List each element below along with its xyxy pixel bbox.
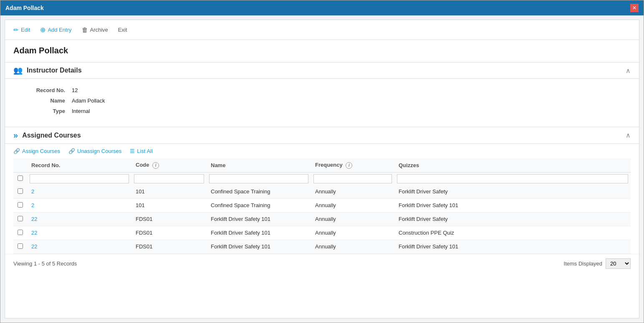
instructor-details-section: 👥 Instructor Details ∧ Record No. 12 Nam…	[5, 62, 639, 123]
select-all-checkbox-cell	[13, 172, 27, 185]
row-checkbox[interactable]	[18, 188, 23, 194]
row-frequency: Annually	[311, 212, 394, 226]
edit-icon: ✏	[13, 26, 19, 34]
content-area: ✏ Edit ⊕ Add Entry 🗑 Archive Exit Adam P…	[5, 20, 639, 318]
row-name: Confined Space Training	[207, 185, 311, 199]
type-value: Internal	[72, 108, 622, 114]
row-checkbox[interactable]	[18, 243, 23, 249]
col-header-quizzes: Quizzes	[394, 158, 631, 172]
row-quizzes: Construction PPE Quiz	[394, 226, 631, 240]
list-all-icon: ☰	[130, 148, 135, 154]
assign-icon: 🔗	[13, 148, 20, 154]
archive-button[interactable]: 🗑 Archive	[82, 26, 108, 33]
row-frequency: Annually	[311, 185, 394, 199]
row-record-no-link[interactable]: 2	[31, 202, 34, 208]
instructor-collapse-button[interactable]: ∧	[626, 67, 631, 75]
record-no-value: 12	[72, 87, 622, 93]
row-name: Forklift Driver Safety 101	[207, 212, 311, 226]
code-info-icon[interactable]: i	[152, 162, 159, 169]
instructor-icon: 👥	[13, 66, 23, 75]
filter-record-no-cell	[27, 172, 131, 185]
unassign-icon: 🔗	[68, 148, 75, 154]
filter-quizzes-cell	[394, 172, 631, 185]
items-per-page-select[interactable]: 20 50 100	[606, 258, 631, 269]
instructor-details-grid: Record No. 12 Name Adam Pollack Type Int…	[5, 79, 639, 123]
courses-title-group: » Assigned Courses	[13, 130, 81, 140]
assigned-courses-header: » Assigned Courses ∧	[5, 127, 639, 144]
add-entry-icon: ⊕	[40, 26, 45, 34]
courses-table-wrapper: Record No. Code i Name Frequency	[5, 158, 639, 254]
table-filter-row	[13, 172, 631, 185]
table-header-row: Record No. Code i Name Frequency	[13, 158, 631, 172]
instructor-details-title-group: 👥 Instructor Details	[13, 66, 82, 75]
table-row: 2 101 Confined Space Training Annually F…	[13, 198, 631, 212]
filter-quizzes-input[interactable]	[397, 174, 628, 183]
record-no-label: Record No.	[22, 87, 72, 93]
row-record-no-link[interactable]: 2	[31, 188, 34, 195]
courses-table: Record No. Code i Name Frequency	[13, 158, 631, 254]
row-code: 101	[131, 185, 207, 199]
instructor-section-heading: Instructor Details	[27, 67, 82, 74]
row-record-no: 22	[27, 240, 131, 253]
name-value: Adam Pollack	[72, 98, 622, 104]
courses-sub-toolbar: 🔗 Assign Courses 🔗 Unassign Courses ☰ Li…	[5, 144, 639, 158]
col-header-name: Name	[207, 158, 311, 172]
row-record-no-link[interactable]: 22	[31, 243, 37, 250]
select-all-header	[13, 158, 27, 172]
row-name: Forklift Driver Safety 101	[207, 240, 311, 253]
row-code: FDS01	[131, 226, 207, 240]
row-code: FDS01	[131, 212, 207, 226]
row-checkbox[interactable]	[18, 216, 23, 221]
assigned-courses-section: » Assigned Courses ∧ 🔗 Assign Courses 🔗 …	[5, 127, 639, 273]
archive-icon: 🗑	[82, 26, 88, 33]
frequency-info-icon[interactable]: i	[346, 162, 352, 169]
row-record-no-link[interactable]: 22	[31, 230, 37, 236]
row-checkbox-cell	[13, 226, 27, 240]
unassign-courses-label: Unassign Courses	[77, 148, 121, 154]
row-checkbox-cell	[13, 212, 27, 226]
page-title: Adam Pollack	[5, 40, 639, 58]
filter-name-input[interactable]	[209, 174, 308, 183]
row-quizzes: Forklift Driver Safety 101	[394, 240, 631, 253]
exit-button[interactable]: Exit	[118, 27, 127, 33]
filter-code-cell	[131, 172, 207, 185]
row-record-no-link[interactable]: 22	[31, 216, 37, 222]
edit-button[interactable]: ✏ Edit	[13, 26, 30, 34]
instructor-details-header: 👥 Instructor Details ∧	[5, 62, 639, 79]
row-name: Confined Space Training	[207, 198, 311, 212]
list-all-label: List All	[137, 148, 153, 154]
table-row: 22 FDS01 Forklift Driver Safety 101 Annu…	[13, 240, 631, 253]
courses-collapse-button[interactable]: ∧	[626, 131, 631, 139]
name-label: Name	[22, 98, 72, 104]
select-all-checkbox[interactable]	[16, 175, 25, 181]
close-button[interactable]: ✕	[630, 4, 639, 12]
row-checkbox-cell	[13, 198, 27, 212]
col-header-record-no: Record No.	[27, 158, 131, 172]
row-record-no: 22	[27, 226, 131, 240]
assign-courses-button[interactable]: 🔗 Assign Courses	[13, 148, 60, 154]
type-label: Type	[22, 108, 72, 114]
row-record-no: 22	[27, 212, 131, 226]
add-entry-label: Add Entry	[48, 27, 71, 33]
title-bar: Adam Pollack ✕	[0, 0, 644, 15]
close-icon: ✕	[632, 5, 636, 11]
row-quizzes: Forklift Driver Safety	[394, 212, 631, 226]
assign-courses-label: Assign Courses	[22, 148, 60, 154]
courses-section-heading: Assigned Courses	[22, 132, 81, 139]
items-displayed-group: Items Displayed 20 50 100	[564, 258, 631, 269]
row-checkbox[interactable]	[18, 202, 23, 208]
edit-label: Edit	[21, 27, 30, 33]
row-checkbox[interactable]	[18, 230, 23, 235]
items-displayed-label: Items Displayed	[564, 260, 602, 267]
list-all-button[interactable]: ☰ List All	[130, 148, 153, 154]
col-header-frequency: Frequency i	[311, 158, 394, 172]
courses-table-body: 2 101 Confined Space Training Annually F…	[13, 185, 631, 254]
row-frequency: Annually	[311, 226, 394, 240]
unassign-courses-button[interactable]: 🔗 Unassign Courses	[68, 148, 121, 154]
filter-frequency-input[interactable]	[313, 174, 392, 183]
filter-frequency-cell	[311, 172, 394, 185]
filter-code-input[interactable]	[134, 174, 204, 183]
filter-record-no-input[interactable]	[30, 174, 129, 183]
row-code: 101	[131, 198, 207, 212]
add-entry-button[interactable]: ⊕ Add Entry	[40, 26, 71, 34]
